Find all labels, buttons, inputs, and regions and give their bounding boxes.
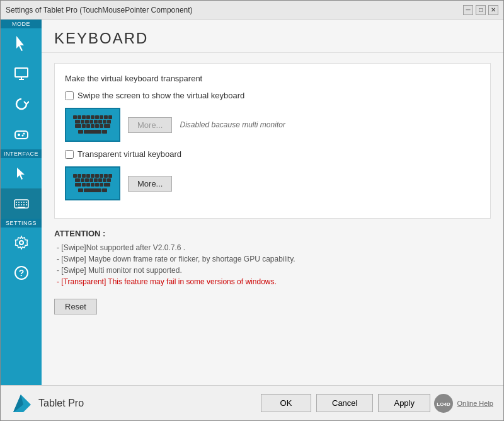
sidebar: MODE [1, 20, 42, 385]
swipe-checkbox-label[interactable]: Swipe the screen to show the virtual key… [65, 91, 480, 100]
watermark-area: LO4D Online Help [430, 393, 493, 413]
pointer-icon [11, 33, 32, 54]
transparent-label-text: Transparent virtual keyboard [77, 149, 181, 159]
minimize-button[interactable]: ─ [463, 5, 473, 15]
keyboard-settings-section: Make the virtual keyboard transparent Sw… [54, 63, 491, 219]
interface-section-label: INTERFACE [1, 149, 42, 158]
keyboard-sidebar-icon [11, 193, 32, 214]
sidebar-item-settings[interactable] [1, 228, 42, 258]
rotate-icon [11, 94, 32, 114]
attention-item-1: - [Swipe]Not supported after V2.0.7.6 . [54, 243, 491, 252]
svg-point-7 [21, 135, 23, 137]
title-bar-controls: ─ □ ✕ [463, 5, 498, 15]
attention-item-3: - [Swipe] Multi monitor not supported. [54, 266, 491, 275]
sidebar-item-monitor[interactable] [1, 59, 42, 89]
sidebar-item-rotate[interactable] [1, 89, 42, 119]
gamepad-icon [11, 124, 32, 144]
cursor-icon [11, 163, 32, 183]
sidebar-item-pointer[interactable] [1, 28, 42, 59]
swipe-disabled-text: Disabled bacause multi monitor [180, 120, 285, 129]
settings-section-label: SETTINGS [1, 219, 42, 228]
dialog-buttons: OK Cancel Apply [261, 394, 430, 412]
online-help-link[interactable]: Online Help [457, 400, 493, 407]
attention-section: ATTENTION : - [Swipe]Not supported after… [54, 229, 491, 286]
close-button[interactable]: ✕ [488, 5, 498, 15]
transparent-option-row: Transparent virtual keyboard [65, 149, 480, 159]
brand-area: Tablet Pro [11, 392, 261, 415]
sidebar-item-help[interactable]: ? [1, 258, 42, 288]
help-icon: ? [11, 263, 32, 283]
bottom-bar: Tablet Pro OK Cancel Apply LO4D Online H… [1, 385, 503, 420]
swipe-keyboard-preview [65, 108, 120, 142]
transparent-keyboard-preview [65, 166, 120, 200]
main-window: Settings of Tablet Pro (TouchMousePointe… [0, 0, 504, 421]
swipe-label-text: Swipe the screen to show the virtual key… [77, 91, 244, 100]
swipe-more-button[interactable]: More... [128, 117, 172, 133]
sidebar-item-gamepad[interactable] [1, 119, 42, 149]
transparent-checkbox[interactable] [65, 150, 74, 159]
transparent-checkbox-label[interactable]: Transparent virtual keyboard [65, 149, 480, 159]
apply-button[interactable]: Apply [378, 394, 430, 412]
page-body: Make the virtual keyboard transparent Sw… [42, 53, 503, 385]
main-content: MODE [1, 20, 503, 385]
title-bar: Settings of Tablet Pro (TouchMousePointe… [1, 1, 503, 20]
mode-section-label: MODE [1, 20, 42, 28]
page-title: KEYBOARD [54, 30, 491, 47]
title-bar-text: Settings of Tablet Pro (TouchMousePointe… [6, 6, 463, 14]
monitor-icon [11, 64, 32, 84]
svg-rect-3 [15, 131, 28, 139]
sidebar-item-cursor[interactable] [1, 158, 42, 188]
page-header: KEYBOARD [42, 20, 503, 53]
reset-button[interactable]: Reset [54, 299, 97, 314]
brand-name: Tablet Pro [38, 398, 84, 409]
transparent-more-button[interactable]: More... [128, 176, 172, 192]
maximize-button[interactable]: □ [476, 5, 486, 15]
transparent-keyboard-row: More... [65, 166, 480, 200]
swipe-checkbox[interactable] [65, 91, 74, 100]
gear-icon [11, 233, 32, 253]
svg-rect-0 [15, 68, 28, 77]
svg-point-20 [20, 241, 23, 245]
ok-button[interactable]: OK [261, 394, 311, 412]
attention-title: ATTENTION : [54, 229, 491, 238]
sidebar-item-keyboard[interactable] [1, 188, 42, 219]
svg-text:?: ? [18, 268, 24, 278]
lo4d-logo-icon: LO4D [433, 393, 454, 413]
brand-logo-icon [11, 392, 33, 415]
svg-point-6 [23, 133, 25, 135]
section-title: Make the virtual keyboard transparent [65, 74, 480, 83]
content-area: KEYBOARD Make the virtual keyboard trans… [42, 20, 503, 385]
cancel-button[interactable]: Cancel [316, 394, 373, 412]
svg-text:LO4D: LO4D [437, 401, 450, 407]
swipe-option-row: Swipe the screen to show the virtual key… [65, 91, 480, 100]
attention-item-2: - [Swipe] Maybe down frame rate or flick… [54, 255, 491, 263]
swipe-keyboard-row: More... Disabled bacause multi monitor [65, 108, 480, 142]
attention-item-4: - [Transparent] This feature may fail in… [54, 277, 491, 286]
